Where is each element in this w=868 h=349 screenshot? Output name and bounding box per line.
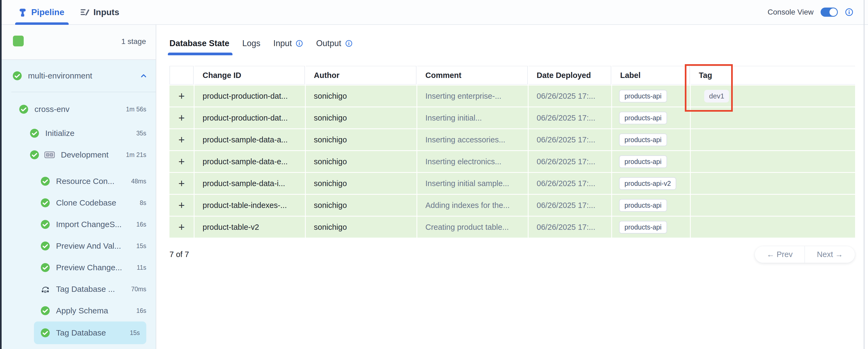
- success-check-icon: [40, 328, 50, 338]
- tab-database-state[interactable]: Database State: [169, 38, 229, 55]
- cell-change-id: product-table-indexes-...: [194, 195, 305, 216]
- table-row: +: [169, 129, 194, 150]
- tab-pipeline[interactable]: Pipeline: [16, 0, 66, 24]
- cell-label: products-api: [612, 129, 690, 150]
- prev-button[interactable]: ← Prev: [755, 246, 805, 263]
- tab-inputs[interactable]: Inputs: [78, 0, 121, 24]
- label-badge: products-api-v2: [619, 177, 676, 190]
- detail-panel: Database State Logs Input Output: [156, 25, 868, 349]
- console-view-toggle[interactable]: [820, 7, 838, 17]
- cell-label: products-api: [612, 107, 690, 128]
- col-header-tag: Tag: [691, 66, 855, 85]
- tree-item-development[interactable]: Development 1m 21s: [2, 144, 156, 166]
- table-row: +: [169, 107, 194, 128]
- col-header-comment: Comment: [417, 66, 528, 85]
- tree-item-preview-and-validate[interactable]: Preview And Val... 15s: [2, 235, 156, 257]
- cell-comment: Inserting enterprise-...: [417, 86, 528, 107]
- table-row: +: [169, 195, 194, 216]
- cell-label: products-api: [612, 195, 690, 216]
- tree-item-preview-changes[interactable]: Preview Change... 11s: [2, 257, 156, 278]
- next-button[interactable]: Next →: [804, 246, 855, 263]
- col-header-date-deployed: Date Deployed: [529, 66, 611, 85]
- expand-row-button[interactable]: +: [178, 200, 185, 211]
- tab-logs[interactable]: Logs: [242, 38, 260, 55]
- top-bar-tabs: Pipeline Inputs: [2, 0, 133, 24]
- pagination: ← Prev Next →: [754, 246, 855, 263]
- cell-label: products-api: [612, 86, 690, 107]
- cell-comment: Inserting accessories...: [417, 129, 528, 150]
- label-badge: products-api: [619, 90, 667, 103]
- col-header-change-id: Change ID: [194, 66, 305, 85]
- cell-change-id: product-sample-data-i...: [194, 173, 305, 194]
- tree-item-import-changesets[interactable]: Import ChangeS... 16s: [2, 213, 156, 235]
- top-bar-right: Console View: [768, 0, 868, 24]
- success-check-icon: [30, 150, 39, 160]
- rollback-icon: [40, 284, 50, 294]
- execution-sidebar: 1 stage multi-environment: [2, 25, 156, 349]
- success-check-icon: [40, 263, 50, 272]
- cell-date-deployed: 06/26/2025 17:...: [529, 151, 611, 172]
- expand-row-button[interactable]: +: [178, 91, 185, 101]
- tree-item-apply-schema[interactable]: Apply Schema 16s: [2, 300, 156, 321]
- cell-change-id: product-sample-data-e...: [194, 151, 305, 172]
- top-bar: Pipeline Inputs Console View: [2, 0, 868, 25]
- inputs-icon: [80, 7, 90, 17]
- console-info-icon[interactable]: [845, 8, 854, 17]
- tree-item-clone-codebase[interactable]: Clone Codebase 8s: [2, 192, 156, 213]
- stage-row-multi-environment[interactable]: multi-environment: [2, 60, 156, 92]
- pipeline-icon: [18, 7, 28, 17]
- expand-row-button[interactable]: +: [178, 134, 185, 145]
- tree-item-tag-database-selected[interactable]: Tag Database 15s: [34, 321, 146, 344]
- info-icon[interactable]: [345, 40, 353, 47]
- cell-change-id: product-sample-data-a...: [194, 129, 305, 150]
- tag-badge: dev1: [704, 90, 729, 103]
- tab-output[interactable]: Output: [316, 38, 352, 55]
- stage-count: 1 stage: [121, 36, 146, 46]
- toggle-knob: [830, 8, 837, 16]
- cell-change-id: product-production-dat...: [194, 107, 305, 128]
- success-check-icon: [40, 198, 50, 208]
- tab-inputs-label: Inputs: [93, 7, 119, 17]
- cell-tag: [691, 216, 855, 238]
- step-tree: cross-env 1m 56s Initialize 35s: [11, 92, 156, 349]
- tree-item-cross-env[interactable]: cross-env 1m 56s: [2, 96, 156, 122]
- cell-tag: [691, 195, 855, 216]
- label-badge: products-api: [619, 112, 667, 124]
- cell-date-deployed: 06/26/2025 17:...: [529, 173, 611, 194]
- cell-comment: Creating product table...: [417, 216, 528, 238]
- label-badge: products-api: [619, 134, 667, 146]
- chevron-up-icon[interactable]: [140, 72, 148, 80]
- scrollbar[interactable]: [864, 0, 865, 349]
- cell-author: sonichigo: [306, 173, 416, 194]
- tab-pipeline-label: Pipeline: [31, 7, 64, 17]
- content-area: 1 stage multi-environment: [2, 25, 868, 349]
- cell-author: sonichigo: [306, 151, 416, 172]
- tree-item-tag-database-rollback[interactable]: Tag Database ... 70ms: [2, 278, 156, 300]
- row-count: 7 of 7: [169, 250, 189, 259]
- cell-label: products-api-v2: [612, 173, 690, 194]
- sidebar-header: 1 stage: [2, 25, 156, 60]
- cell-author: sonichigo: [306, 86, 416, 107]
- tab-input[interactable]: Input: [273, 38, 303, 55]
- expand-row-button[interactable]: +: [178, 178, 185, 189]
- cell-comment: Inserting electronics...: [417, 151, 528, 172]
- cell-date-deployed: 06/26/2025 17:...: [529, 216, 611, 238]
- stage-card-icon: [44, 151, 55, 159]
- tree-item-resource-constraint[interactable]: Resource Con... 48ms: [2, 171, 156, 192]
- expand-row-button[interactable]: +: [178, 156, 185, 167]
- cell-author: sonichigo: [306, 195, 416, 216]
- tree-item-initialize[interactable]: Initialize 35s: [2, 122, 156, 144]
- cell-tag: [691, 107, 855, 128]
- console-view-label: Console View: [768, 8, 814, 17]
- cell-label: products-api: [612, 216, 690, 238]
- expand-row-button[interactable]: +: [178, 113, 185, 123]
- expand-row-button[interactable]: +: [178, 222, 185, 232]
- cell-date-deployed: 06/26/2025 17:...: [529, 107, 611, 128]
- cell-change-id: product-table-v2: [194, 216, 305, 238]
- success-check-icon: [40, 176, 50, 186]
- cell-tag: [691, 129, 855, 150]
- success-check-icon: [12, 71, 22, 81]
- detail-tabs: Database State Logs Input Output: [156, 25, 868, 57]
- cell-author: sonichigo: [306, 107, 416, 128]
- info-icon[interactable]: [296, 40, 303, 47]
